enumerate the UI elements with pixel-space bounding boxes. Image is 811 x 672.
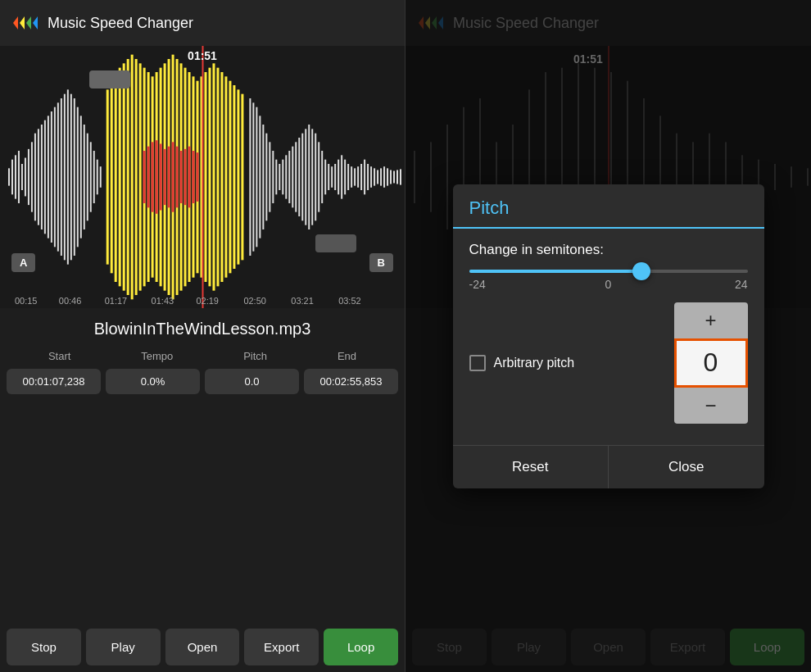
svg-rect-113 <box>351 166 352 188</box>
svg-rect-23 <box>67 89 69 264</box>
loop-handle-a[interactable]: A <box>11 253 35 272</box>
stepper-value-display: 0 <box>674 338 748 388</box>
svg-rect-61 <box>216 68 219 287</box>
svg-rect-98 <box>301 134 303 221</box>
svg-rect-66 <box>237 89 239 264</box>
svg-rect-7 <box>15 155 16 198</box>
svg-rect-25 <box>74 98 75 256</box>
svg-rect-34 <box>106 89 109 264</box>
svg-text:01:43: 01:43 <box>152 295 174 305</box>
play-button[interactable]: Play <box>86 629 161 665</box>
svg-rect-76 <box>176 147 179 208</box>
svg-rect-20 <box>57 102 59 251</box>
svg-rect-15 <box>41 125 43 229</box>
svg-rect-108 <box>334 164 336 190</box>
control-labels-row: Start Tempo Pitch End <box>0 347 405 366</box>
svg-rect-90 <box>275 160 277 195</box>
svg-rect-40 <box>131 55 134 300</box>
open-button[interactable]: Open <box>165 629 240 665</box>
svg-rect-99 <box>305 129 306 225</box>
left-time-marker: 01:51 <box>188 49 217 62</box>
svg-rect-111 <box>344 160 346 195</box>
control-values-row: 00:01:07,238 0.0% 0.0 00:02:55,853 <box>0 366 405 401</box>
pitch-slider-container[interactable] <box>469 270 748 273</box>
svg-rect-88 <box>269 142 270 211</box>
svg-rect-89 <box>272 151 274 203</box>
svg-text:02:19: 02:19 <box>197 295 219 305</box>
svg-rect-91 <box>279 164 280 190</box>
svg-rect-64 <box>229 81 231 274</box>
svg-rect-112 <box>347 164 349 190</box>
dialog-title-bar: Pitch <box>453 184 764 229</box>
right-panel: Music Speed Changer <box>406 0 811 672</box>
svg-rect-5 <box>8 168 10 185</box>
svg-text:02:50: 02:50 <box>243 295 265 305</box>
svg-rect-21 <box>61 98 62 256</box>
svg-rect-121 <box>377 170 378 184</box>
svg-rect-75 <box>172 142 174 211</box>
stop-button[interactable]: Stop <box>7 629 81 665</box>
svg-text:00:15: 00:15 <box>15 295 37 305</box>
svg-rect-115 <box>357 166 359 188</box>
svg-rect-125 <box>390 170 392 184</box>
left-waveform-area[interactable]: 01:51 <box>0 46 405 308</box>
tempo-label: Tempo <box>141 350 173 362</box>
loop-handle-b[interactable]: B <box>369 253 393 272</box>
dialog-reset-btn[interactable]: Reset <box>453 446 609 488</box>
svg-rect-6 <box>11 160 13 195</box>
end-label: End <box>338 350 356 362</box>
svg-rect-102 <box>315 134 316 221</box>
pitch-slider-track <box>469 270 748 273</box>
pitch-value-btn[interactable]: 0.0 <box>205 369 299 394</box>
svg-rect-107 <box>331 166 333 188</box>
svg-rect-119 <box>370 166 372 188</box>
svg-rect-127 <box>396 170 398 184</box>
svg-rect-22 <box>64 94 66 261</box>
left-scrubber-handle[interactable] <box>89 70 130 89</box>
svg-rect-94 <box>288 151 290 203</box>
svg-rect-87 <box>265 134 267 221</box>
right-scrubber-handle[interactable] <box>315 234 356 252</box>
dialog-close-btn[interactable]: Close <box>609 446 764 488</box>
svg-rect-72 <box>160 143 162 210</box>
svg-rect-85 <box>259 116 261 238</box>
svg-rect-41 <box>135 59 138 295</box>
svg-rect-32 <box>97 160 98 195</box>
svg-rect-16 <box>44 120 46 234</box>
svg-rect-100 <box>308 125 310 229</box>
pitch-label: Pitch <box>243 350 267 362</box>
stepper-minus-btn[interactable]: − <box>674 388 748 424</box>
svg-text:01:17: 01:17 <box>105 295 127 305</box>
svg-rect-120 <box>374 168 375 185</box>
end-value-btn[interactable]: 00:02:55,853 <box>304 369 398 394</box>
svg-rect-31 <box>93 151 95 203</box>
left-panel: Music Speed Changer 01:51 <box>0 0 406 672</box>
arbitrary-pitch-checkbox[interactable] <box>469 355 486 371</box>
svg-rect-62 <box>220 72 223 282</box>
svg-rect-73 <box>164 149 166 205</box>
svg-rect-126 <box>393 171 395 184</box>
start-value-btn[interactable]: 00:01:07,238 <box>7 369 101 394</box>
stepper-plus-btn[interactable]: + <box>674 302 748 338</box>
svg-text:00:46: 00:46 <box>59 295 81 305</box>
svg-rect-70 <box>152 142 154 211</box>
pitch-dialog: Pitch Change in semitones: -24 0 24 <box>453 184 764 488</box>
svg-rect-92 <box>282 160 283 195</box>
svg-rect-63 <box>224 76 227 277</box>
semitone-label: Change in semitones: <box>469 242 748 258</box>
svg-rect-28 <box>84 125 85 229</box>
svg-rect-82 <box>249 98 251 256</box>
dialog-title: Pitch <box>469 198 510 218</box>
svg-rect-74 <box>168 147 170 208</box>
svg-rect-97 <box>298 138 300 216</box>
tempo-value-btn[interactable]: 0.0% <box>106 369 200 394</box>
export-button[interactable]: Export <box>244 629 319 665</box>
loop-button[interactable]: Loop <box>324 629 398 665</box>
pitch-slider-fill <box>469 270 642 273</box>
svg-rect-69 <box>147 147 150 208</box>
svg-rect-35 <box>111 81 113 274</box>
svg-rect-14 <box>38 129 39 225</box>
dialog-footer: Reset Close <box>453 445 764 488</box>
svg-rect-18 <box>51 111 52 243</box>
slider-range-labels: -24 0 24 <box>469 278 748 291</box>
